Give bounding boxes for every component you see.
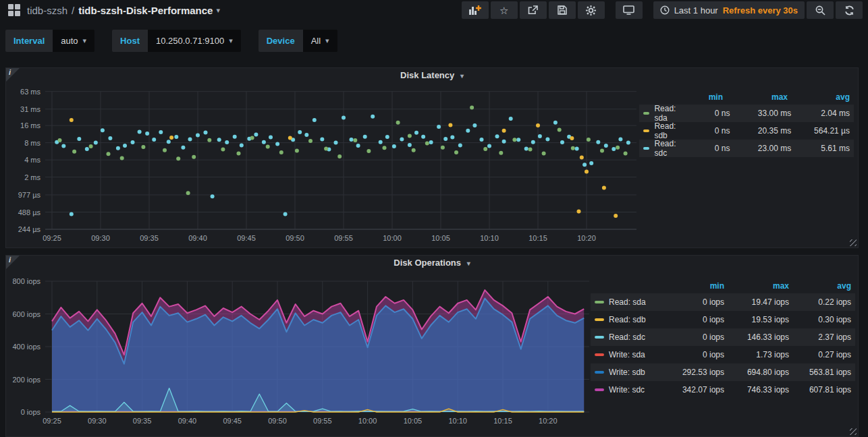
series-max-value: 19.53 iops bbox=[724, 315, 789, 324]
series-color-swatch[interactable] bbox=[643, 147, 649, 150]
variable-host-value[interactable]: 10.250.0.71:9100▾ bbox=[148, 30, 241, 52]
svg-text:09:50: 09:50 bbox=[286, 234, 304, 242]
series-max-value: 20.35 ms bbox=[730, 126, 792, 136]
panel-disk-operations: i Disk Operations ▾ 800 iops600 iops400 … bbox=[5, 255, 859, 437]
svg-text:09:50: 09:50 bbox=[268, 417, 287, 425]
svg-text:10:05: 10:05 bbox=[404, 417, 423, 425]
svg-text:10:15: 10:15 bbox=[493, 417, 512, 425]
template-variables-bar: Interval auto▾ Host 10.250.0.71:9100▾ De… bbox=[0, 20, 868, 60]
svg-text:09:45: 09:45 bbox=[223, 417, 242, 425]
svg-text:10:00: 10:00 bbox=[383, 234, 402, 242]
series-color-swatch[interactable] bbox=[595, 336, 604, 339]
series-label[interactable]: Read: sdc bbox=[654, 139, 679, 158]
gear-icon bbox=[586, 5, 596, 16]
legend-header-avg[interactable]: avg bbox=[788, 92, 850, 102]
svg-text:09:40: 09:40 bbox=[178, 417, 197, 425]
legend-header-row: minmaxavg bbox=[639, 90, 854, 105]
refresh-dashboard-button[interactable] bbox=[836, 1, 863, 19]
series-label[interactable]: Write: sdb bbox=[609, 368, 645, 377]
series-label[interactable]: Write: sda bbox=[609, 350, 645, 359]
star-dashboard-button[interactable]: ☆ bbox=[491, 1, 518, 19]
add-panel-icon bbox=[469, 5, 481, 15]
variable-interval-value[interactable]: auto▾ bbox=[53, 30, 94, 52]
navbar: tidb-szsh / tidb-szsh-Disk-Performance ▾… bbox=[0, 0, 868, 20]
svg-text:09:30: 09:30 bbox=[91, 234, 110, 242]
panel-resize-handle[interactable] bbox=[850, 239, 857, 246]
svg-text:10:20: 10:20 bbox=[577, 234, 596, 242]
breadcrumb-folder[interactable]: tidb-szsh bbox=[27, 5, 67, 16]
series-max-value: 146.33 iops bbox=[724, 332, 789, 342]
series-min-value: 0 ns bbox=[679, 126, 730, 136]
zoom-out-button[interactable] bbox=[807, 1, 834, 19]
panel-title-disk-operations[interactable]: Disk Operations ▾ bbox=[6, 258, 858, 268]
variable-host-label: Host bbox=[112, 30, 148, 52]
disk-latency-plot[interactable]: 63 ms31 ms16 ms8 ms4 ms2 ms977 µs488 µs2… bbox=[7, 86, 647, 247]
svg-text:977 µs: 977 µs bbox=[18, 191, 41, 199]
series-avg-value: 5.61 ms bbox=[791, 144, 850, 153]
series-avg-value: 564.21 µs bbox=[791, 126, 850, 136]
series-avg-value: 607.81 iops bbox=[789, 385, 851, 395]
svg-text:09:35: 09:35 bbox=[133, 417, 152, 425]
add-panel-button[interactable] bbox=[462, 1, 489, 19]
series-label[interactable]: Write: sdc bbox=[609, 385, 645, 395]
save-icon bbox=[558, 5, 567, 15]
series-color-swatch[interactable] bbox=[595, 388, 604, 391]
legend-header-avg[interactable]: avg bbox=[789, 281, 851, 291]
series-min-value: 342.07 iops bbox=[670, 385, 724, 395]
svg-text:8 ms: 8 ms bbox=[24, 139, 40, 147]
legend-header-max[interactable]: max bbox=[724, 281, 789, 291]
svg-text:10:05: 10:05 bbox=[431, 234, 450, 242]
series-label[interactable]: Read: sda bbox=[654, 104, 679, 123]
series-min-value: 0 iops bbox=[670, 315, 724, 324]
series-color-swatch[interactable] bbox=[643, 112, 649, 115]
dashboard-grid-icon[interactable] bbox=[8, 4, 20, 16]
save-dashboard-button[interactable] bbox=[549, 1, 576, 19]
breadcrumb-dashboard[interactable]: tidb-szsh-Disk-Performance bbox=[78, 5, 213, 16]
legend-header-max[interactable]: max bbox=[723, 92, 788, 102]
svg-text:10:10: 10:10 bbox=[480, 234, 499, 242]
disk-operations-plot[interactable]: 800 iops600 iops400 iops200 iops0 iops09… bbox=[7, 273, 601, 437]
svg-text:200 iops: 200 iops bbox=[12, 376, 40, 384]
series-max-value: 1.73 iops bbox=[724, 350, 789, 359]
dashboard-settings-button[interactable] bbox=[578, 1, 605, 19]
series-max-value: 694.80 iops bbox=[724, 368, 789, 377]
legend-header-min[interactable]: min bbox=[669, 92, 723, 102]
refresh-interval-label[interactable]: Refresh every 30s bbox=[723, 5, 798, 16]
series-label[interactable]: Read: sdc bbox=[609, 332, 645, 342]
svg-text:09:55: 09:55 bbox=[334, 234, 353, 242]
share-icon bbox=[528, 5, 538, 15]
series-color-swatch[interactable] bbox=[595, 353, 604, 356]
series-label[interactable]: Read: sdb bbox=[654, 121, 679, 140]
variable-device: Device All▾ bbox=[259, 30, 337, 52]
series-avg-value: 0.27 iops bbox=[789, 350, 851, 359]
time-range-picker[interactable]: Last 1 hour Refresh every 30s bbox=[653, 1, 805, 19]
panel-title-disk-latency[interactable]: Disk Latency ▾ bbox=[6, 70, 858, 80]
chevron-down-icon: ▾ bbox=[325, 36, 329, 45]
series-color-swatch[interactable] bbox=[595, 301, 604, 303]
time-range-label: Last 1 hour bbox=[674, 5, 718, 16]
share-dashboard-button[interactable] bbox=[520, 1, 547, 19]
svg-text:09:30: 09:30 bbox=[88, 417, 107, 425]
series-color-swatch[interactable] bbox=[643, 129, 649, 132]
legend-row: Read: sdb0 iops19.53 iops0.30 iops bbox=[591, 311, 855, 328]
svg-text:09:25: 09:25 bbox=[43, 417, 61, 425]
star-icon: ☆ bbox=[499, 5, 508, 16]
series-color-swatch[interactable] bbox=[595, 318, 604, 321]
breadcrumb-separator: / bbox=[72, 5, 74, 16]
legend-header-min[interactable]: min bbox=[670, 281, 724, 291]
panel-resize-handle[interactable] bbox=[850, 428, 857, 435]
series-label[interactable]: Read: sda bbox=[609, 297, 646, 307]
tv-mode-button[interactable] bbox=[616, 1, 643, 19]
variable-device-value[interactable]: All▾ bbox=[303, 30, 337, 52]
svg-text:800 iops: 800 iops bbox=[12, 277, 40, 285]
legend-header-row: minmaxavg bbox=[591, 279, 855, 293]
legend-row: Read: sda0 iops19.47 iops0.22 iops bbox=[591, 293, 855, 311]
panel-disk-latency: i Disk Latency ▾ 63 ms31 ms16 ms8 ms4 ms… bbox=[5, 67, 859, 248]
zoom-out-icon bbox=[815, 5, 825, 16]
chevron-down-icon: ▾ bbox=[229, 36, 233, 45]
svg-text:10:15: 10:15 bbox=[528, 234, 547, 242]
legend-row: Write: sdc342.07 iops746.33 iops607.81 i… bbox=[591, 381, 855, 399]
breadcrumb-caret-icon[interactable]: ▾ bbox=[216, 6, 220, 15]
series-label[interactable]: Read: sdb bbox=[609, 315, 646, 324]
series-color-swatch[interactable] bbox=[595, 371, 604, 374]
